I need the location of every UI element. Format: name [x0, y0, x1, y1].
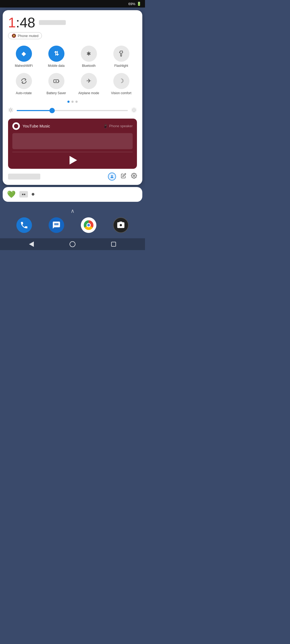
- footer-placeholder: [8, 174, 40, 180]
- status-bar: 69% 🔋: [0, 0, 145, 8]
- muted-badge[interactable]: 🔕 Phone muted: [8, 32, 42, 39]
- mobile-data-icon: ⇅: [54, 50, 59, 57]
- settings-button[interactable]: [131, 173, 137, 180]
- bluetooth-icon-circle[interactable]: ✱: [81, 46, 97, 62]
- tile-vision-comfort[interactable]: ☽ Vision comfort: [106, 71, 137, 97]
- svg-line-9: [12, 111, 12, 112]
- back-arrow-icon: [29, 241, 34, 247]
- svg-line-12: [9, 111, 9, 112]
- tile-auto-rotate[interactable]: Auto-rotate: [8, 71, 39, 97]
- wifi-label: MaheshWiFi: [15, 64, 33, 68]
- svg-point-5: [10, 109, 12, 111]
- svg-point-23: [111, 175, 113, 176]
- swipe-up-arrow: ∧: [71, 208, 75, 214]
- flashlight-icon-circle[interactable]: [113, 46, 129, 62]
- brightness-fill: [17, 110, 52, 111]
- page-dot-2[interactable]: [71, 101, 74, 103]
- shortcut-dot: [32, 193, 34, 196]
- muted-label: Phone muted: [18, 34, 38, 38]
- brightness-row: [8, 107, 137, 114]
- svg-line-17: [132, 108, 132, 108]
- svg-line-18: [136, 112, 136, 112]
- dock-chrome-app[interactable]: [81, 217, 96, 233]
- quick-tiles-grid: ◆ MaheshWiFi ⇅ Mobile data ✱ Bluetooth: [8, 44, 137, 97]
- recents-square-icon: [111, 242, 116, 247]
- flashlight-label: Flashlight: [114, 64, 128, 68]
- music-output[interactable]: 📱 Phone speaker: [103, 124, 133, 128]
- battery-percentage: 69%: [128, 2, 135, 6]
- auto-rotate-icon: [20, 78, 27, 85]
- page-dots: [8, 101, 137, 103]
- widget-shortcut-icon[interactable]: ▪▪: [19, 191, 28, 197]
- svg-point-24: [133, 175, 135, 177]
- music-content-placeholder: [12, 133, 133, 149]
- heart-shortcut-icon[interactable]: 💚: [7, 190, 16, 199]
- mobile-data-icon-circle[interactable]: ⇅: [48, 46, 64, 62]
- footer-icons: [108, 173, 137, 181]
- clock-minutes: 48: [20, 15, 35, 30]
- svg-point-14: [133, 109, 135, 111]
- svg-line-22: [136, 108, 136, 108]
- clock-display: 1:48: [8, 16, 35, 30]
- phone-speaker-icon: 📱: [103, 124, 108, 128]
- tile-flashlight[interactable]: Flashlight: [106, 44, 137, 69]
- vision-comfort-icon-circle[interactable]: ☽: [113, 73, 129, 89]
- music-progress-bar[interactable]: [12, 152, 133, 152]
- tile-mobile-data[interactable]: ⇅ Mobile data: [41, 44, 72, 69]
- nav-home-button[interactable]: [68, 239, 77, 249]
- page-dot-1[interactable]: [67, 101, 70, 103]
- battery-saver-icon: [53, 78, 60, 84]
- chrome-icon: [84, 220, 93, 230]
- dock-phone-app[interactable]: [16, 217, 32, 233]
- battery-icon: 🔋: [137, 2, 141, 6]
- mobile-data-label: Mobile data: [48, 64, 64, 68]
- nav-recents-button[interactable]: [109, 239, 118, 249]
- edit-button[interactable]: [121, 173, 126, 180]
- dock-camera-app[interactable]: [113, 217, 129, 233]
- airplane-mode-icon-circle[interactable]: ✈: [81, 73, 97, 89]
- date-placeholder: [39, 20, 66, 25]
- tile-wifi[interactable]: ◆ MaheshWiFi: [8, 44, 39, 69]
- shortcut-card: 💚 ▪▪: [3, 187, 142, 202]
- svg-line-21: [132, 112, 132, 112]
- clock-hour1: 1: [8, 15, 16, 30]
- flashlight-icon: [118, 50, 125, 57]
- page-dot-3[interactable]: [75, 101, 78, 103]
- chrome-inner-circle: [86, 223, 91, 227]
- brightness-thumb[interactable]: [49, 108, 55, 113]
- user-profile-button[interactable]: [108, 173, 116, 181]
- panel-footer: [8, 173, 137, 181]
- wifi-icon-circle[interactable]: ◆: [16, 46, 32, 62]
- youtube-music-icon: [12, 122, 20, 130]
- tile-airplane-mode[interactable]: ✈ Airplane mode: [73, 71, 104, 97]
- svg-line-13: [12, 108, 12, 108]
- dock-messages-app[interactable]: [49, 217, 64, 233]
- dock-row: [8, 217, 137, 233]
- nav-back-button[interactable]: [27, 239, 36, 249]
- auto-rotate-icon-circle[interactable]: [16, 73, 32, 89]
- battery-saver-icon-circle[interactable]: [48, 73, 64, 89]
- tile-bluetooth[interactable]: ✱ Bluetooth: [73, 44, 104, 69]
- battery-saver-label: Battery Saver: [46, 91, 66, 95]
- bluetooth-icon: ✱: [86, 50, 91, 57]
- clock-colon: :: [16, 15, 20, 30]
- time-row: 1:48: [8, 16, 137, 30]
- bell-muted-icon: 🔕: [12, 34, 16, 38]
- tile-battery-saver[interactable]: Battery Saver: [41, 71, 72, 97]
- svg-line-8: [9, 108, 9, 108]
- navigation-bar: [0, 238, 145, 250]
- vision-comfort-icon: ☽: [119, 78, 124, 85]
- vision-comfort-label: Vision comfort: [111, 91, 132, 95]
- airplane-mode-label: Airplane mode: [78, 91, 99, 95]
- brightness-high-icon: [131, 107, 137, 114]
- wallpaper-area: ∧: [0, 204, 145, 238]
- music-header: YouTube Music 📱 Phone speaker: [12, 122, 133, 130]
- music-controls: [12, 156, 133, 164]
- play-button[interactable]: [70, 156, 77, 164]
- music-player-card[interactable]: YouTube Music 📱 Phone speaker: [8, 119, 137, 169]
- auto-rotate-label: Auto-rotate: [16, 91, 32, 95]
- bluetooth-label: Bluetooth: [82, 64, 96, 68]
- brightness-low-icon: [8, 107, 13, 114]
- music-app-info: YouTube Music: [12, 122, 50, 130]
- brightness-track[interactable]: [17, 110, 128, 111]
